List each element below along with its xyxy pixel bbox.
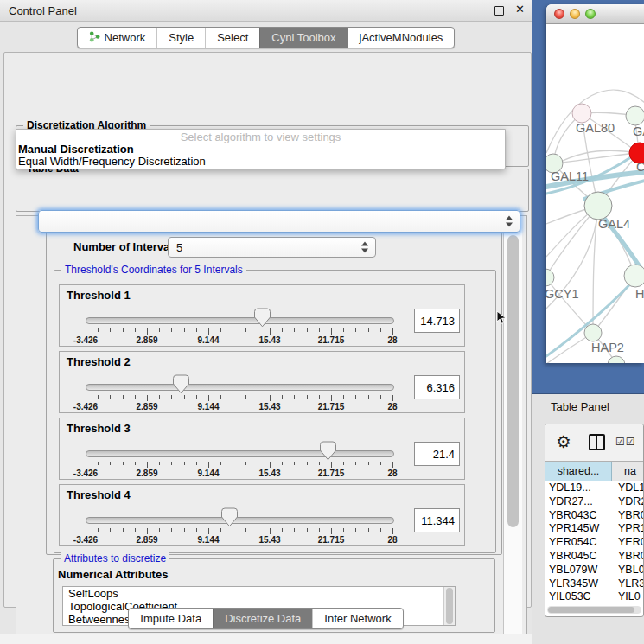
threshold-value-field[interactable]: 6.316	[414, 375, 460, 399]
close-traffic-light-icon[interactable]	[554, 9, 564, 19]
threshold-value-field[interactable]: 11.344	[414, 508, 460, 532]
cell-shared-name[interactable]: YBR045C	[545, 550, 615, 564]
slider-thumb[interactable]	[221, 507, 238, 527]
minimize-traffic-light-icon[interactable]	[570, 9, 580, 19]
slider-tick	[208, 462, 209, 468]
slider-tick	[392, 395, 393, 401]
table-row[interactable]: YDL19...YDL1	[545, 481, 643, 495]
slider-tick	[123, 528, 124, 532]
cell-shared-name[interactable]: YER054C	[545, 536, 615, 550]
network-node[interactable]	[584, 192, 612, 220]
slider-tick	[307, 462, 308, 465]
cell-shared-name[interactable]: YPR145W	[545, 522, 615, 536]
close-icon[interactable]: ✕	[515, 3, 525, 16]
table-toolbar: ⚙ ☑☑	[545, 424, 643, 461]
cell-name[interactable]: YBL0	[615, 564, 643, 577]
dropdown-option-manual-discretization[interactable]: Manual Discretization	[16, 143, 505, 156]
slider-tick	[184, 395, 185, 399]
tab-cyni-toolbox[interactable]: Cyni Toolbox	[259, 28, 347, 48]
slider-thumb[interactable]	[254, 308, 271, 328]
network-node[interactable]	[608, 356, 625, 363]
attribute-item-selfloops[interactable]: SelfLoops	[63, 587, 455, 600]
segmented-control: NetworkStyleSelectCyni ToolboxjActiveMNo…	[77, 27, 456, 48]
cell-name[interactable]: YBR0	[615, 509, 643, 523]
cell-shared-name[interactable]: YDR27...	[545, 495, 615, 509]
table-horizontal-scrollbar[interactable]	[547, 606, 641, 614]
slider-tick	[368, 462, 369, 465]
network-node[interactable]	[624, 265, 644, 287]
algorithm-combobox[interactable]	[38, 210, 520, 233]
slider-thumb[interactable]	[173, 374, 189, 394]
tab-label: Impute Data	[140, 612, 201, 625]
table-data-group: Table Data galFiltered.sif default node	[16, 169, 529, 212]
cell-name[interactable]: YPR1	[615, 522, 643, 536]
network-node[interactable]	[584, 324, 602, 341]
table-row[interactable]: YBL079WYBL0	[545, 564, 643, 577]
cell-shared-name[interactable]: YBR043C	[545, 509, 615, 523]
table-row[interactable]: YPR145WYPR1	[545, 522, 643, 536]
vertical-scrollbar[interactable]	[503, 216, 522, 644]
tab-style[interactable]: Style	[156, 28, 205, 48]
zoom-traffic-light-icon[interactable]	[585, 9, 596, 19]
column-layout-icon[interactable]	[589, 434, 605, 450]
network-node[interactable]	[546, 269, 554, 286]
table-row[interactable]: YBR043CYBR0	[545, 509, 643, 523]
table-row[interactable]: YDR27...YDR2	[545, 495, 643, 509]
tab-network[interactable]: Network	[78, 28, 157, 48]
slider-track[interactable]	[86, 517, 394, 524]
table-row[interactable]: YIL053CYIL0	[545, 590, 643, 604]
tab-select[interactable]: Select	[205, 28, 259, 48]
network-node[interactable]	[626, 106, 644, 125]
column-header-name[interactable]: na	[612, 462, 643, 481]
cell-shared-name[interactable]: YIL053C	[545, 590, 615, 604]
network-canvas[interactable]: GAL80GACGAL11GAL4GCY1HHAP2	[546, 24, 644, 363]
slider-track[interactable]	[86, 450, 394, 457]
network-node[interactable]	[572, 104, 591, 123]
threshold-value-field[interactable]: 14.713	[414, 309, 460, 333]
slider-tick	[159, 328, 160, 332]
slider-tick	[86, 528, 86, 534]
slider-thumb[interactable]	[320, 441, 336, 461]
cell-name[interactable]: YER0	[615, 536, 643, 550]
slider-tick	[245, 395, 246, 399]
cell-name[interactable]: YBR0	[615, 550, 643, 564]
cell-shared-name[interactable]: YDL19...	[545, 481, 615, 495]
slider-tick	[258, 395, 258, 399]
cell-shared-name[interactable]: YBL079W	[545, 564, 615, 577]
column-header-shared-name[interactable]: shared...	[545, 462, 612, 481]
segmented-control: Impute DataDiscretize DataInfer Network	[128, 608, 403, 629]
tab-label: Infer Network	[324, 612, 391, 625]
cell-name[interactable]: YIL0	[615, 590, 643, 604]
tab-impute-data[interactable]: Impute Data	[129, 609, 213, 628]
numerical-attributes-label: Numerical Attributes	[58, 568, 168, 581]
threshold-value-field[interactable]: 21.4	[414, 442, 460, 466]
tab-discretize-data[interactable]: Discretize Data	[213, 609, 312, 628]
slider-tick	[319, 462, 320, 465]
slider-tick	[331, 395, 332, 401]
cell-name[interactable]: YDR2	[615, 495, 643, 509]
slider-tick-label: -3.426	[73, 335, 98, 345]
slider-tick	[294, 462, 295, 465]
slider-track[interactable]	[86, 384, 394, 391]
slider-tick-label: 9.144	[197, 535, 219, 545]
cell-shared-name[interactable]: YLR345W	[545, 577, 615, 591]
cell-name[interactable]: YDL1	[615, 481, 643, 495]
number-of-intervals-combobox[interactable]: 5	[168, 237, 376, 258]
tab-infer-network[interactable]: Infer Network	[312, 609, 402, 628]
table-row[interactable]: YLR345WYLR3	[545, 577, 643, 591]
tab-jactivemnodules[interactable]: jActiveMNodules	[348, 28, 455, 48]
slider-tick	[98, 528, 99, 532]
table-row[interactable]: YER054CYER0	[545, 536, 643, 550]
group-title: Threshold's Coordinates for 5 Intervals	[61, 264, 246, 276]
slider-track[interactable]	[86, 317, 394, 324]
threshold-4-panel: Threshold 4-3.4262.8599.14415.4321.71528…	[59, 484, 465, 546]
network-window-titlebar[interactable]	[546, 4, 644, 24]
table-row[interactable]: YBR045CYBR0	[545, 550, 643, 564]
gear-icon[interactable]: ⚙	[556, 431, 571, 452]
select-columns-icon[interactable]: ☑☑	[615, 436, 636, 448]
cell-name[interactable]: YLR3	[615, 577, 643, 591]
dropdown-option-equal-width-frequency[interactable]: Equal Width/Frequency Discretization	[16, 156, 505, 168]
vertical-scrollbar-thumb[interactable]	[507, 235, 519, 527]
table-scrollbar-thumb[interactable]	[548, 607, 634, 613]
float-window-icon[interactable]	[494, 6, 504, 16]
